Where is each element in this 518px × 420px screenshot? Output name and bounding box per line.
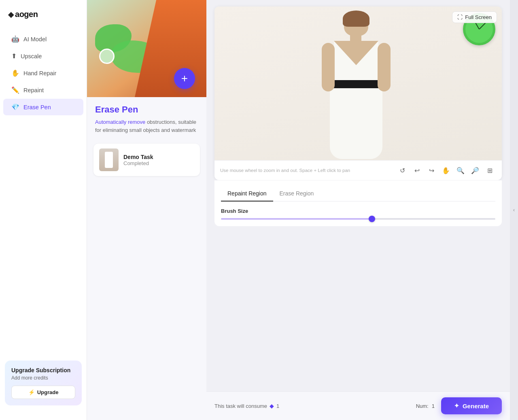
collapse-arrow-icon: ‹ (513, 207, 515, 213)
reset-button[interactable]: ↺ (396, 164, 409, 177)
num-control: Num: 1 (416, 403, 435, 409)
tabs-row: Repaint Region Erase Region (221, 186, 495, 202)
tab-repaint-region[interactable]: Repaint Region (221, 186, 273, 202)
brush-size-label: Brush Size (221, 208, 495, 214)
plus-icon: + (181, 72, 188, 85)
skirt (330, 88, 382, 159)
sidebar-item-label: Repaint (23, 87, 44, 93)
upgrade-subtitle: Add more credits (11, 375, 75, 381)
demo-task-status: Completed (123, 160, 153, 166)
zoom-in-button[interactable]: 🔍 (454, 164, 467, 177)
num-label: Num: (416, 403, 429, 409)
hand-repair-icon: ✋ (11, 69, 19, 77)
arm-right (378, 43, 391, 91)
sidebar-item-label: Upscale (21, 53, 42, 59)
canvas-wrapper: ⛶ Full Screen Use mouse wheel to zoom in… (214, 6, 502, 180)
hand-tool-button[interactable]: ✋ (439, 164, 452, 177)
demo-task-info: Demo Task Completed (123, 154, 153, 166)
credit-amount: 1 (276, 403, 279, 409)
sidebar-item-repaint[interactable]: ✏️ Repaint (3, 82, 83, 98)
brush-slider-handle[interactable] (369, 216, 375, 222)
sidebar-item-hand-repair[interactable]: ✋ Hand Repair (3, 65, 83, 81)
redo-button[interactable]: ↪ (425, 164, 438, 177)
tab-erase-region[interactable]: Erase Region (273, 186, 321, 202)
tab-erase-label: Erase Region (280, 190, 314, 197)
tool-desc-highlight: Automatically remove (95, 119, 145, 125)
generate-label: Generate (463, 403, 489, 409)
ai-model-icon: 🤖 (11, 35, 19, 43)
fullscreen-button[interactable]: ⛶ Full Screen (452, 11, 497, 23)
upscale-icon: ⬆ (11, 52, 17, 60)
sidebar-item-erase-pen[interactable]: 💎 Erase Pen (3, 99, 83, 115)
demo-task-card[interactable]: Demo Task Completed (93, 144, 200, 176)
sidebar: ◆ aogen 🤖 AI Model ⬆ Upscale ✋ Hand Repa… (0, 0, 87, 420)
canvas-hint-text: Use mouse wheel to zoom in and out. Spac… (220, 168, 350, 173)
sidebar-item-label: Erase Pen (23, 104, 51, 110)
demo-thumb-image (99, 148, 119, 171)
sidebar-item-label: Hand Repair (23, 70, 56, 76)
fullscreen-label: Full Screen (465, 14, 492, 20)
main-panel: ⛶ Full Screen Use mouse wheel to zoom in… (206, 0, 510, 420)
upgrade-title: Upgrade Subscription (11, 367, 75, 373)
middle-panel: + Erase Pen Automatically remove obstruc… (87, 0, 206, 420)
demo-task-thumbnail (99, 148, 119, 171)
canvas-hint-row: Use mouse wheel to zoom in and out. Spac… (214, 160, 502, 180)
upgrade-button-label: Upgrade (37, 389, 59, 395)
clock-minute-hand (479, 23, 486, 30)
demo-task-name: Demo Task (123, 154, 153, 160)
canvas-tools: ↺ ↩ ↪ ✋ 🔍 🔎 ⊞ (396, 164, 496, 177)
tool-description: Automatically remove obstructions, suita… (95, 118, 198, 134)
add-new-button[interactable]: + (174, 68, 195, 89)
bottom-bar: This task will consume ◆ 1 Num: 1 ✦ Gene… (206, 391, 510, 420)
generate-button[interactable]: ✦ Generate (441, 397, 502, 414)
generate-icon: ✦ (454, 402, 459, 409)
hero-circle (99, 49, 115, 64)
sidebar-item-upscale[interactable]: ⬆ Upscale (3, 48, 83, 64)
tool-hero-image: + (87, 0, 206, 97)
tool-title: Erase Pen (95, 104, 198, 115)
erase-pen-icon: 💎 (11, 103, 19, 111)
grid-button[interactable]: ⊞ (483, 164, 496, 177)
woman-figure-container (297, 6, 419, 160)
repaint-icon: ✏️ (11, 86, 19, 94)
upgrade-button[interactable]: ⚡ Upgrade (11, 386, 75, 399)
fullscreen-icon: ⛶ (457, 14, 463, 20)
consume-text: This task will consume (214, 403, 267, 409)
brush-size-slider[interactable] (221, 218, 495, 220)
tab-repaint-label: Repaint Region (227, 190, 267, 197)
belt (333, 80, 379, 89)
tool-info: Erase Pen Automatically remove obstructi… (87, 97, 206, 139)
consume-info: This task will consume ◆ 1 (214, 403, 416, 409)
arm-left (322, 43, 335, 91)
upgrade-card: Upgrade Subscription Add more credits ⚡ … (5, 361, 82, 405)
app-logo: ◆ aogen (0, 8, 87, 30)
credit-icon: ◆ (270, 403, 274, 409)
sidebar-item-label: AI Model (23, 36, 47, 42)
sidebar-bottom: Upgrade Subscription Add more credits ⚡ … (0, 354, 87, 412)
upgrade-button-icon: ⚡ (28, 389, 35, 395)
sidebar-item-ai-model[interactable]: 🤖 AI Model (3, 31, 83, 47)
hair (343, 11, 369, 27)
canvas-image[interactable]: ⛶ Full Screen (214, 6, 502, 160)
right-panel-collapse[interactable]: ‹ (510, 0, 518, 420)
zoom-out-button[interactable]: 🔎 (469, 164, 482, 177)
undo-button[interactable]: ↩ (410, 164, 423, 177)
main-nav: 🤖 AI Model ⬆ Upscale ✋ Hand Repair ✏️ Re… (0, 30, 87, 116)
controls-panel: Repaint Region Erase Region Brush Size (214, 180, 502, 226)
logo-icon: ◆ aogen (8, 10, 38, 19)
num-value: 1 (432, 403, 435, 409)
